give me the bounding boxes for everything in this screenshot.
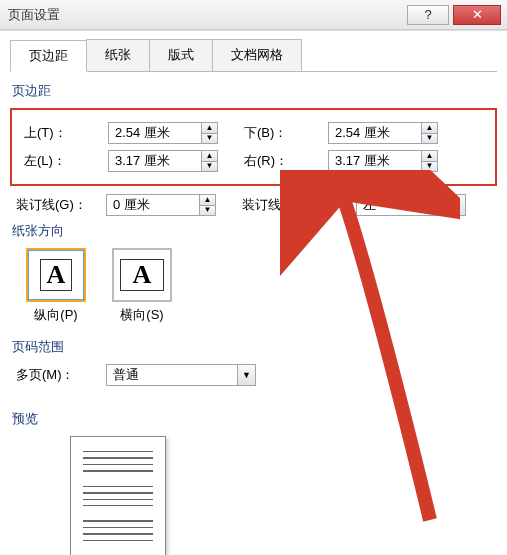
margin-bottom-value: 2.54 厘米 — [329, 123, 421, 143]
spinner-down-icon[interactable]: ▼ — [202, 162, 217, 172]
orientation-heading: 纸张方向 — [12, 222, 497, 240]
orientation-group: A 纵向(P) A 横向(S) — [10, 248, 497, 324]
tab-layout-label: 版式 — [168, 47, 194, 62]
margin-left-value: 3.17 厘米 — [109, 151, 201, 171]
titlebar: 页面设置 ? ✕ — [0, 0, 507, 30]
margin-left-arrows[interactable]: ▲▼ — [201, 151, 217, 171]
tab-grid[interactable]: 文档网格 — [212, 39, 302, 71]
multipage-value: 普通 — [107, 365, 237, 385]
preview-area — [10, 436, 497, 555]
orientation-landscape-label: 横向(S) — [112, 306, 172, 324]
spinner-down-icon[interactable]: ▼ — [202, 134, 217, 144]
multipage-label: 多页(M)： — [10, 366, 106, 384]
spinner-up-icon[interactable]: ▲ — [422, 123, 437, 134]
margins-heading: 页边距 — [12, 82, 497, 100]
preview-heading: 预览 — [12, 410, 497, 428]
spinner-down-icon[interactable]: ▼ — [200, 206, 215, 216]
portrait-icon: A — [26, 248, 86, 302]
tab-margins[interactable]: 页边距 — [10, 40, 87, 72]
dropdown-arrow-icon: ▼ — [447, 195, 465, 215]
margin-right-value: 3.17 厘米 — [329, 151, 421, 171]
gutter-value: 0 厘米 — [107, 195, 199, 215]
pagerange-heading: 页码范围 — [12, 338, 497, 356]
spinner-down-icon[interactable]: ▼ — [422, 162, 437, 172]
orientation-portrait[interactable]: A 纵向(P) — [26, 248, 86, 324]
close-button[interactable]: ✕ — [453, 5, 501, 25]
margin-left-spinner[interactable]: 3.17 厘米 ▲▼ — [108, 150, 218, 172]
tab-layout[interactable]: 版式 — [149, 39, 213, 71]
spinner-up-icon[interactable]: ▲ — [200, 195, 215, 206]
multipage-dropdown[interactable]: 普通 ▼ — [106, 364, 256, 386]
gutter-arrows[interactable]: ▲▼ — [199, 195, 215, 215]
orientation-landscape[interactable]: A 横向(S) — [112, 248, 172, 324]
margin-right-spinner[interactable]: 3.17 厘米 ▲▼ — [328, 150, 438, 172]
gutter-spinner[interactable]: 0 厘米 ▲▼ — [106, 194, 216, 216]
margin-top-arrows[interactable]: ▲▼ — [201, 123, 217, 143]
dropdown-arrow-icon: ▼ — [237, 365, 255, 385]
tab-paper-label: 纸张 — [105, 47, 131, 62]
spinner-up-icon[interactable]: ▲ — [422, 151, 437, 162]
margin-right-label: 右(R)： — [238, 152, 328, 170]
margins-highlight-box: 上(T)： 2.54 厘米 ▲▼ 下(B)： 2.54 厘米 ▲▼ 左(L)： … — [10, 108, 497, 186]
tab-grid-label: 文档网格 — [231, 47, 283, 62]
help-button[interactable]: ? — [407, 5, 449, 25]
spinner-down-icon[interactable]: ▼ — [422, 134, 437, 144]
tab-margins-label: 页边距 — [29, 48, 68, 63]
tab-paper[interactable]: 纸张 — [86, 39, 150, 71]
tab-strip: 页边距 纸张 版式 文档网格 — [10, 39, 497, 72]
margin-top-value: 2.54 厘米 — [109, 123, 201, 143]
margin-top-spinner[interactable]: 2.54 厘米 ▲▼ — [108, 122, 218, 144]
margin-top-label: 上(T)： — [18, 124, 108, 142]
gutter-position-value: 左 — [357, 195, 447, 215]
gutter-position-label: 装订线位置(U)： — [236, 196, 356, 214]
margin-right-arrows[interactable]: ▲▼ — [421, 151, 437, 171]
orientation-portrait-label: 纵向(P) — [26, 306, 86, 324]
margin-bottom-label: 下(B)： — [238, 124, 328, 142]
dialog-body: 页边距 纸张 版式 文档网格 页边距 上(T)： 2.54 厘米 ▲▼ 下(B)… — [0, 30, 507, 555]
gutter-position-dropdown[interactable]: 左 ▼ — [356, 194, 466, 216]
margin-bottom-arrows[interactable]: ▲▼ — [421, 123, 437, 143]
spinner-up-icon[interactable]: ▲ — [202, 123, 217, 134]
margin-left-label: 左(L)： — [18, 152, 108, 170]
gutter-label: 装订线(G)： — [10, 196, 106, 214]
preview-page-icon — [70, 436, 166, 555]
spinner-up-icon[interactable]: ▲ — [202, 151, 217, 162]
margin-bottom-spinner[interactable]: 2.54 厘米 ▲▼ — [328, 122, 438, 144]
window-title: 页面设置 — [6, 6, 403, 24]
landscape-icon: A — [112, 248, 172, 302]
